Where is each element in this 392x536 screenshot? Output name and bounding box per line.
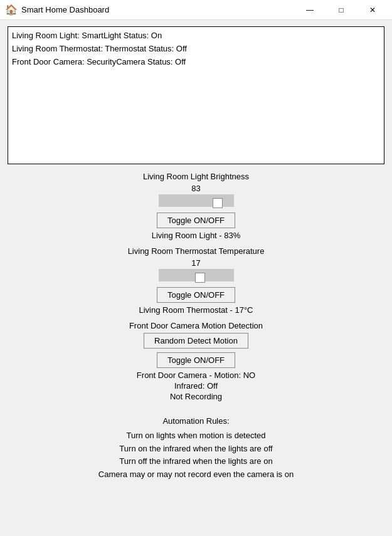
main-content: Living Room Light: SmartLight Status: On… [0, 20, 392, 488]
title-bar-buttons: — □ ✕ [295, 2, 387, 18]
status-line-1: Living Room Light: SmartLight Status: On [12, 29, 380, 43]
camera-status-infrared: Infrared: Off [174, 381, 218, 391]
title-bar: 🏠 Smart Home Dashboard — □ ✕ [0, 0, 392, 20]
light-toggle-button[interactable]: Toggle ON/OFF [157, 213, 235, 228]
thermostat-toggle-button[interactable]: Toggle ON/OFF [157, 287, 235, 303]
thermostat-section: Living Room Thermostat Temperature 17 To… [6, 246, 386, 316]
maximize-button[interactable]: □ [327, 2, 356, 18]
thermostat-value-label: 17 [191, 258, 200, 268]
light-section: Living Room Light Brightness 83 Toggle O… [6, 172, 386, 241]
title-bar-left: 🏠 Smart Home Dashboard [5, 4, 109, 16]
minimize-button[interactable]: — [295, 2, 324, 18]
random-detect-button[interactable]: Random Detect Motion [144, 333, 248, 349]
camera-status-recording: Not Recording [170, 392, 222, 401]
thermostat-section-title: Living Room Thermostat Temperature [128, 246, 265, 256]
status-line-3: Front Door Camera: SecurityCamera Status… [12, 56, 380, 69]
light-section-title: Living Room Light Brightness [143, 172, 249, 181]
app-title: Smart Home Dashboard [21, 5, 109, 14]
close-button[interactable]: ✕ [358, 2, 387, 18]
thermostat-slider-container [159, 269, 234, 283]
light-value-label: 83 [191, 184, 200, 193]
light-slider[interactable] [159, 194, 234, 207]
automation-rule-4: Camera may or may not record even the ca… [98, 468, 294, 481]
camera-section-title: Front Door Camera Motion Detection [129, 321, 263, 330]
automation-rule-1: Turn on lights when motion is detected [98, 429, 294, 443]
thermostat-slider[interactable] [159, 269, 234, 281]
camera-section: Front Door Camera Motion Detection Rando… [6, 321, 386, 402]
automation-rule-2: Turn on the infrared when the lights are… [98, 443, 294, 456]
automation-rule-3: Turn off the infrared when the lights ar… [98, 455, 294, 468]
app-icon: 🏠 [5, 4, 18, 16]
automation-section: Automation Rules: Turn on lights when mo… [98, 415, 294, 481]
camera-toggle-button[interactable]: Toggle ON/OFF [157, 352, 235, 368]
camera-status-motion: Front Door Camera - Motion: NO [137, 370, 255, 380]
automation-title: Automation Rules: [98, 415, 294, 428]
light-slider-container [159, 194, 234, 209]
thermostat-status-text: Living Room Thermostat - 17°C [139, 305, 253, 315]
light-status-text: Living Room Light - 83% [152, 231, 241, 240]
status-box: Living Room Light: SmartLight Status: On… [8, 26, 384, 164]
status-line-2: Living Room Thermostat: Thermostat Statu… [12, 43, 380, 56]
